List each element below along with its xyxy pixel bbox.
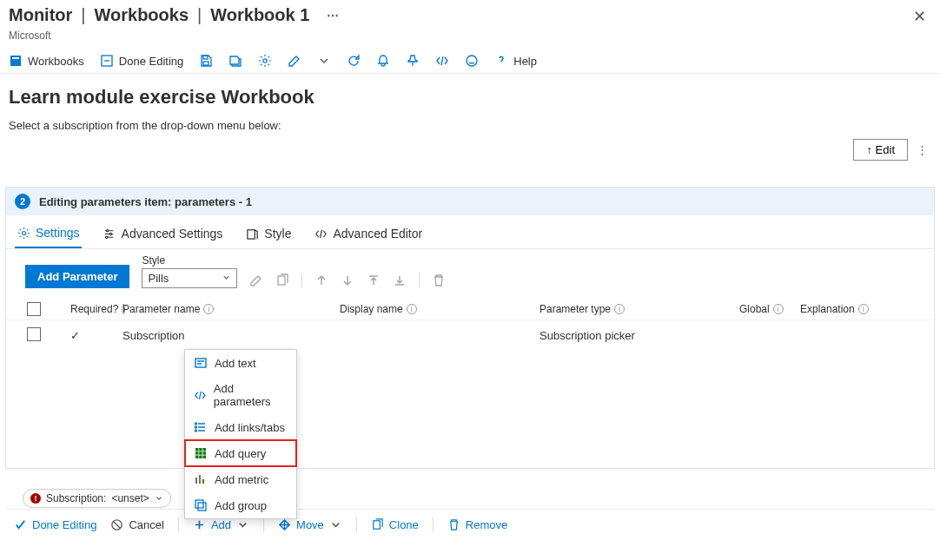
refresh-icon[interactable]	[347, 54, 361, 68]
svg-rect-1	[12, 57, 19, 59]
edit-button[interactable]: ↑ Edit	[853, 139, 908, 161]
svg-rect-4	[203, 62, 209, 65]
tab-style[interactable]: Style	[243, 221, 293, 247]
svg-point-7	[22, 231, 25, 234]
table-header: Required?i Parameter name i Display name…	[6, 295, 934, 320]
col-display-name: Display name i	[340, 303, 540, 315]
bell-icon[interactable]	[376, 54, 390, 68]
svg-rect-11	[248, 229, 255, 238]
menu-add-metric[interactable]: Add metric	[185, 466, 296, 492]
col-required: Required?i	[70, 303, 122, 315]
menu-add-group[interactable]: Add group	[185, 492, 296, 518]
tab-advanced-settings[interactable]: Advanced Settings	[101, 221, 225, 247]
close-button[interactable]: ✕	[908, 5, 931, 28]
org-subtitle: Microsoft	[0, 30, 940, 49]
edit-icon[interactable]	[288, 54, 301, 68]
cell-param-name: Subscription	[122, 329, 340, 342]
add-parameter-button[interactable]: Add Parameter	[25, 265, 129, 288]
page-description: Select a subscription from the drop-down…	[0, 115, 940, 135]
code-icon	[314, 227, 328, 240]
arrow-bottom-icon[interactable]	[393, 273, 407, 287]
save-as-icon[interactable]	[228, 54, 242, 68]
svg-rect-23	[195, 456, 199, 459]
svg-point-9	[109, 233, 111, 234]
select-all-checkbox[interactable]	[27, 302, 41, 316]
clone-button[interactable]: Clone	[371, 518, 419, 531]
svg-rect-17	[195, 448, 199, 451]
page-header: Monitor | Workbooks | Workbook 1 ✕	[0, 0, 940, 30]
feedback-icon[interactable]	[465, 54, 479, 68]
arrow-top-icon[interactable]	[367, 273, 381, 287]
svg-rect-20	[195, 451, 199, 455]
done-editing-bottom[interactable]: Done Editing	[14, 518, 96, 531]
edit-icon[interactable]	[249, 273, 263, 287]
menu-add-parameters[interactable]: Add parameters	[185, 376, 296, 414]
svg-rect-12	[278, 276, 285, 285]
style-select[interactable]: Pills	[142, 268, 237, 288]
svg-rect-22	[203, 451, 207, 455]
menu-add-query[interactable]: Add query	[185, 440, 296, 466]
add-button[interactable]: Add	[193, 518, 249, 531]
svg-rect-29	[374, 520, 381, 528]
svg-point-16	[195, 430, 197, 432]
crumb-monitor[interactable]: Monitor	[9, 5, 72, 25]
more-icon[interactable]	[327, 9, 339, 23]
gear-icon[interactable]	[258, 54, 272, 68]
svg-rect-27	[198, 503, 206, 511]
parameters-header: 2 Editing parameters item: parameters - …	[6, 188, 934, 215]
breadcrumb: Monitor | Workbooks | Workbook 1	[9, 5, 339, 25]
group-icon	[194, 498, 208, 512]
chevron-down-icon	[222, 272, 231, 285]
text-icon	[194, 356, 208, 370]
svg-rect-25	[203, 456, 207, 459]
toolbar: Workbooks Done Editing Help	[0, 49, 940, 74]
edit-more[interactable]: ⋮	[917, 143, 928, 156]
subscription-pill[interactable]: ! Subscription: <unset>	[23, 489, 171, 508]
svg-rect-18	[199, 448, 202, 451]
svg-point-14	[195, 423, 197, 425]
crumb-workbooks[interactable]: Workbooks	[95, 5, 189, 25]
remove-button[interactable]: Remove	[447, 518, 507, 531]
row-checkbox[interactable]	[27, 327, 41, 341]
help-button[interactable]: Help	[494, 54, 537, 68]
svg-rect-24	[199, 456, 202, 459]
add-menu: Add text Add parameters Add links/tabs A…	[184, 349, 297, 519]
chevron-down-icon	[236, 518, 249, 531]
col-param-type: Parameter type i	[540, 303, 739, 315]
svg-rect-21	[199, 451, 202, 455]
tab-settings[interactable]: Settings	[15, 221, 82, 248]
chevron-down-icon	[329, 518, 342, 531]
controls-row: Add Parameter Style Pills	[6, 249, 934, 295]
svg-point-15	[195, 426, 197, 428]
save-icon[interactable]	[199, 54, 213, 68]
required-check: ✓	[70, 329, 122, 342]
arrow-down-icon[interactable]	[341, 273, 354, 287]
menu-add-text[interactable]: Add text	[185, 350, 296, 376]
step-badge: 2	[15, 194, 30, 209]
code-icon	[194, 388, 207, 402]
chart-icon	[194, 472, 208, 486]
workbooks-button[interactable]: Workbooks	[9, 54, 84, 68]
svg-point-8	[107, 229, 109, 231]
gear-icon	[17, 226, 30, 240]
parameters-block: 2 Editing parameters item: parameters - …	[5, 187, 935, 469]
trash-icon[interactable]	[432, 273, 446, 287]
help-icon	[494, 54, 508, 68]
parameters-header-text: Editing parameters item: parameters - 1	[39, 195, 252, 208]
svg-point-6	[467, 56, 477, 66]
menu-add-links[interactable]: Add links/tabs	[185, 414, 296, 440]
col-param-name: Parameter name i	[122, 303, 340, 315]
svg-point-5	[263, 59, 267, 63]
crumb-workbook1[interactable]: Workbook 1	[210, 5, 309, 25]
arrow-up-icon[interactable]	[314, 273, 328, 287]
code-icon[interactable]	[435, 54, 449, 68]
done-editing-button[interactable]: Done Editing	[100, 54, 183, 68]
chevron-down-icon[interactable]	[317, 54, 331, 68]
tab-advanced-editor[interactable]: Advanced Editor	[312, 221, 424, 247]
table-row[interactable]: ✓ Subscription Subscription picker	[6, 320, 934, 351]
tab-row: Settings Advanced Settings Style Advance…	[6, 215, 934, 249]
cancel-button[interactable]: Cancel	[110, 518, 163, 531]
pin-toolbar-icon[interactable]	[406, 54, 420, 68]
move-button[interactable]: Move	[278, 518, 342, 531]
copy-icon[interactable]	[275, 273, 289, 287]
